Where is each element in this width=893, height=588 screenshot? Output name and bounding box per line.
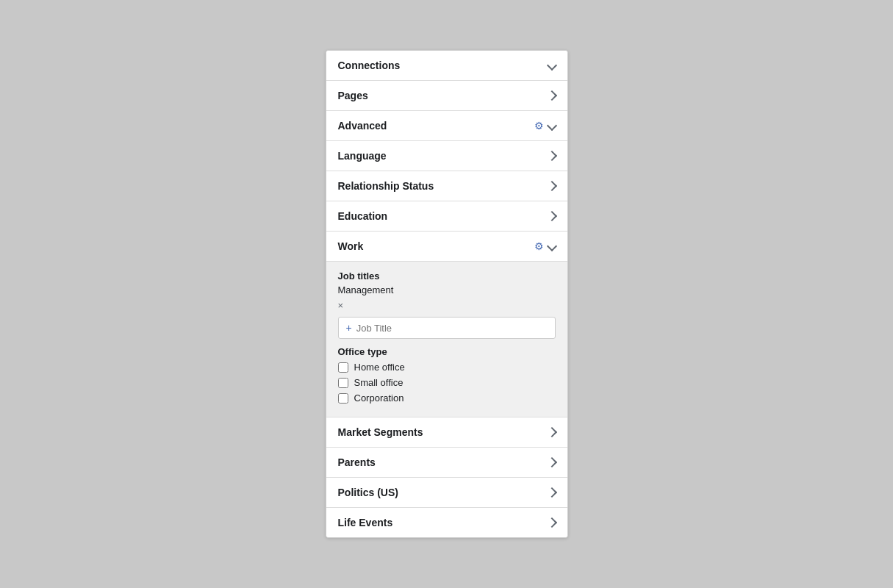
work-expanded-inner: Job titles Management × + Office type Ho… <box>326 262 567 417</box>
checkbox-corporation[interactable]: Corporation <box>338 392 556 404</box>
language-label: Language <box>338 150 387 162</box>
pages-label: Pages <box>338 90 368 101</box>
life-events-label: Life Events <box>338 517 393 528</box>
menu-item-relationship-status[interactable]: Relationship Status <box>326 171 567 201</box>
relationship-status-label: Relationship Status <box>338 180 434 192</box>
filter-panel: Connections Pages Advanced ⚙ Language Re… <box>326 50 568 538</box>
chevron-right-icon <box>546 181 556 191</box>
menu-item-parents[interactable]: Parents <box>326 448 567 478</box>
menu-item-connections[interactable]: Connections <box>326 51 567 81</box>
chevron-down-icon <box>546 60 556 71</box>
pages-icons <box>548 92 556 99</box>
menu-item-language[interactable]: Language <box>326 141 567 171</box>
education-label: Education <box>338 210 388 222</box>
job-titles-value: Management <box>338 284 556 295</box>
add-plus-icon: + <box>346 322 352 334</box>
job-titles-label: Job titles <box>338 270 556 282</box>
chevron-right-icon <box>546 151 556 161</box>
advanced-label: Advanced <box>338 120 387 132</box>
life-events-icons <box>548 519 556 526</box>
checkbox-small-office[interactable]: Small office <box>338 377 556 388</box>
relationship-status-icons <box>548 182 556 190</box>
market-segments-icons <box>548 429 556 436</box>
work-icons: ⚙ <box>534 240 556 252</box>
parents-icons <box>548 459 556 466</box>
menu-item-life-events[interactable]: Life Events <box>326 508 567 537</box>
gear-icon[interactable]: ⚙ <box>534 240 544 252</box>
work-expanded-section: Job titles Management × + Office type Ho… <box>326 262 567 417</box>
add-job-title-input-wrapper[interactable]: + <box>338 317 556 339</box>
politics-us-icons <box>548 489 556 496</box>
work-label: Work <box>338 240 364 252</box>
menu-item-education[interactable]: Education <box>326 201 567 232</box>
chevron-down-icon <box>546 241 556 251</box>
menu-item-pages[interactable]: Pages <box>326 81 567 111</box>
advanced-icons: ⚙ <box>534 120 556 132</box>
language-icons <box>548 152 556 159</box>
chevron-right-icon <box>546 211 556 221</box>
education-icons <box>548 212 556 220</box>
small-office-checkbox[interactable] <box>338 378 348 388</box>
corporation-label: Corporation <box>354 392 404 404</box>
gear-icon[interactable]: ⚙ <box>534 120 544 132</box>
connections-icons <box>548 62 556 69</box>
checkbox-home-office[interactable]: Home office <box>338 362 556 373</box>
chevron-right-icon <box>546 517 556 528</box>
menu-item-work[interactable]: Work ⚙ <box>326 232 567 262</box>
market-segments-label: Market Segments <box>338 426 423 438</box>
chevron-right-icon <box>546 90 556 101</box>
politics-us-label: Politics (US) <box>338 487 398 498</box>
menu-item-advanced[interactable]: Advanced ⚙ <box>326 111 567 141</box>
small-office-label: Small office <box>354 377 404 388</box>
chevron-right-icon <box>546 457 556 467</box>
corporation-checkbox[interactable] <box>338 393 348 404</box>
connections-label: Connections <box>338 60 401 71</box>
parents-label: Parents <box>338 456 376 468</box>
menu-item-market-segments[interactable]: Market Segments <box>326 417 567 448</box>
office-type-label: Office type <box>338 346 556 357</box>
home-office-label: Home office <box>354 362 405 373</box>
menu-item-politics-us[interactable]: Politics (US) <box>326 478 567 508</box>
chevron-right-icon <box>546 487 556 498</box>
remove-tag-button[interactable]: × <box>338 300 344 311</box>
job-title-input[interactable] <box>356 323 548 334</box>
chevron-right-icon <box>546 427 556 437</box>
chevron-down-icon <box>546 121 556 131</box>
home-office-checkbox[interactable] <box>338 362 348 373</box>
